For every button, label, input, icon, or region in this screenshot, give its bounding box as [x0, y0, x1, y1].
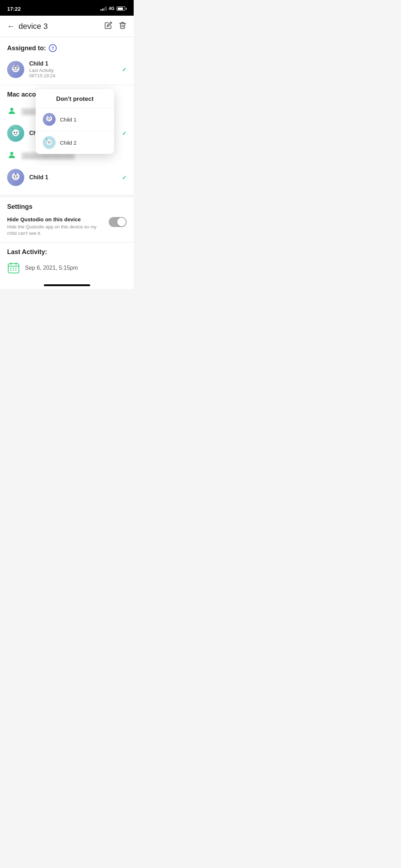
settings-section: Settings Hide Qustodio on this device Hi… — [0, 195, 134, 242]
child1-name-2: Child 1 — [29, 174, 122, 181]
delete-button[interactable] — [119, 21, 127, 31]
toggle-knob — [117, 218, 126, 226]
svg-point-4 — [10, 108, 14, 111]
status-bar: 17:22 4G — [0, 0, 134, 16]
child1-row[interactable]: Child 1 Last Activity 06T15:19:24. ✓ — [7, 58, 127, 81]
svg-rect-27 — [48, 116, 50, 118]
svg-point-7 — [16, 132, 18, 133]
svg-point-6 — [14, 132, 15, 133]
svg-point-31 — [46, 138, 47, 140]
help-icon[interactable]: ? — [49, 44, 57, 52]
svg-rect-18 — [10, 268, 11, 269]
hide-qustodio-label: Hide Qustodio on this device — [7, 216, 104, 222]
dropdown-child2-name: Child 2 — [60, 140, 77, 146]
svg-point-26 — [50, 118, 51, 119]
back-button[interactable]: ← — [7, 22, 15, 31]
page-title: device 3 — [19, 22, 48, 31]
signal-bar-4 — [106, 6, 107, 11]
activity-row: Sep 6, 2021, 5:15pm — [7, 262, 127, 274]
dropdown-item-child2[interactable]: Child 2 — [36, 131, 114, 154]
svg-rect-19 — [13, 268, 14, 269]
hide-qustodio-toggle[interactable] — [109, 217, 127, 227]
edit-button[interactable] — [104, 21, 112, 31]
svg-point-29 — [48, 141, 49, 143]
svg-rect-3 — [15, 65, 17, 67]
last-activity-section: Last Activity: — [0, 242, 134, 280]
child2-chevron[interactable]: ✓ — [122, 130, 127, 137]
status-time: 17:22 — [7, 6, 21, 12]
header-actions — [104, 21, 127, 31]
hide-qustodio-desc: Hide the Qustodio app on this device so … — [7, 224, 104, 237]
hide-qustodio-info: Hide Qustodio on this device Hide the Qu… — [7, 216, 104, 237]
svg-point-25 — [48, 118, 49, 119]
hide-qustodio-row: Hide Qustodio on this device Hide the Qu… — [7, 216, 127, 237]
svg-point-30 — [50, 141, 51, 143]
header-left: ← device 3 — [7, 22, 48, 31]
child1-row-2[interactable]: Child 1 ✓ — [7, 166, 127, 189]
home-bar — [44, 284, 90, 286]
account-person-icon-2 — [7, 150, 16, 161]
page-header: ← device 3 — [0, 16, 134, 37]
dropdown-header: Don't protect — [36, 89, 114, 108]
signal-bar-1 — [101, 9, 102, 11]
svg-rect-22 — [13, 270, 14, 271]
svg-rect-23 — [15, 270, 16, 271]
home-indicator — [0, 280, 134, 289]
status-icons: 4G — [101, 6, 127, 11]
svg-point-2 — [16, 67, 18, 69]
activity-date: Sep 6, 2021, 5:15pm — [25, 265, 78, 271]
last-activity-title: Last Activity: — [7, 248, 127, 256]
signal-bars — [101, 6, 107, 11]
child1-info: Child 1 Last Activity 06T15:19:24. — [29, 61, 122, 78]
signal-bar-2 — [102, 9, 103, 11]
network-type: 4G — [109, 6, 114, 11]
child1-activity: Last Activity 06T15:19:24. — [29, 68, 122, 78]
dropdown-menu[interactable]: Don't protect Child 1 — [36, 89, 114, 154]
svg-rect-21 — [10, 270, 11, 271]
dropdown-child1-name: Child 1 — [60, 117, 77, 123]
account-person-icon-1 — [7, 106, 16, 117]
child1-avatar-2 — [7, 169, 24, 186]
dropdown-child1-avatar — [43, 113, 56, 126]
svg-point-12 — [16, 175, 18, 177]
dropdown-item-child1[interactable]: Child 1 — [36, 108, 114, 131]
child1-chevron[interactable]: ✓ — [122, 66, 127, 73]
svg-rect-13 — [15, 173, 17, 175]
svg-point-8 — [12, 128, 14, 129]
calendar-icon — [7, 262, 20, 274]
svg-point-9 — [10, 152, 14, 155]
assigned-to-title: Assigned to: ? — [7, 44, 127, 52]
svg-point-11 — [14, 175, 15, 177]
child1-chevron-2[interactable]: ✓ — [122, 174, 127, 181]
settings-title: Settings — [7, 203, 127, 211]
svg-point-1 — [14, 67, 15, 69]
child1-info-2: Child 1 — [29, 174, 122, 181]
signal-bar-3 — [104, 7, 105, 11]
child1-name: Child 1 — [29, 61, 122, 67]
svg-rect-20 — [15, 268, 16, 269]
dropdown-child2-avatar — [43, 136, 56, 149]
assigned-to-section: Assigned to: ? — [0, 37, 134, 85]
battery-icon — [117, 6, 127, 11]
child1-avatar — [7, 61, 24, 78]
child2-avatar — [7, 125, 24, 142]
main-content: Assigned to: ? — [0, 37, 134, 280]
